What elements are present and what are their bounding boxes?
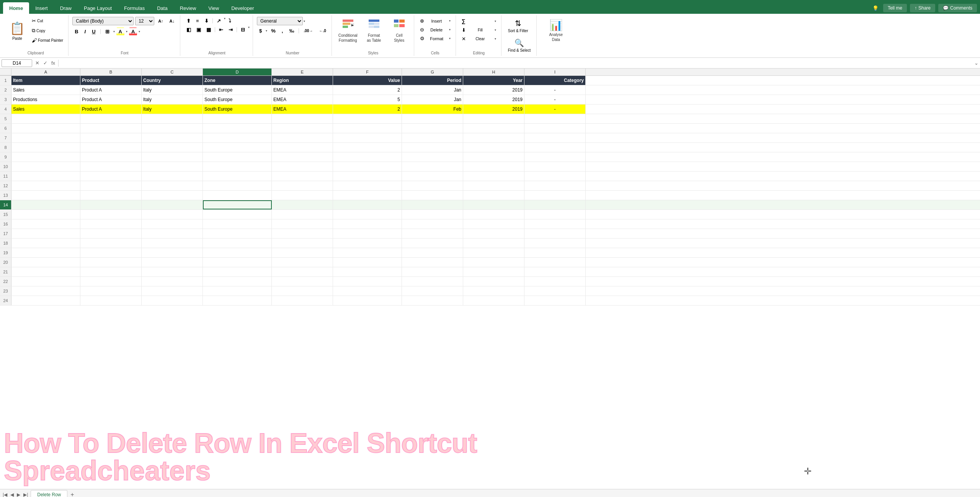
tab-view[interactable]: View xyxy=(202,2,225,14)
clear-dropdown[interactable]: ▾ xyxy=(495,37,496,41)
decrease-font-size-button[interactable]: A↓ xyxy=(167,18,177,25)
format-cells-button[interactable]: ⚙ Format ▾ xyxy=(418,34,452,43)
fill-color-button[interactable]: A xyxy=(116,28,124,36)
row-number[interactable]: 20 xyxy=(0,258,11,267)
align-top-button[interactable]: ⬆ xyxy=(184,17,193,25)
confirm-formula-button[interactable]: ✓ xyxy=(42,59,49,67)
tab-insert[interactable]: Insert xyxy=(29,2,54,14)
cell-B4[interactable]: Product A xyxy=(80,105,142,114)
cell-B3[interactable]: Product A xyxy=(80,95,142,104)
font-color-button[interactable]: A xyxy=(129,28,137,36)
percent-button[interactable]: % xyxy=(269,27,278,35)
cell-E2[interactable]: EMEA xyxy=(272,85,333,95)
align-right-button[interactable]: ▩ xyxy=(204,26,213,34)
sheet-tab-delete-row[interactable]: Delete Row xyxy=(31,490,67,497)
comments-button[interactable]: 💬 Comments xyxy=(938,4,977,12)
bold-button[interactable]: B xyxy=(72,28,80,36)
cell-B1[interactable]: Product xyxy=(80,76,142,85)
col-header-B[interactable]: B xyxy=(80,69,142,75)
delete-dropdown-arrow[interactable]: ▾ xyxy=(449,28,451,31)
sum-dropdown[interactable]: ▾ xyxy=(495,20,496,23)
decrease-indent-button[interactable]: ⇤ xyxy=(217,26,225,34)
insert-dropdown-arrow[interactable]: ▾ xyxy=(449,19,451,23)
sum-button[interactable]: ∑ ▾ xyxy=(460,17,498,25)
sheet-nav-left-start[interactable]: |◀ xyxy=(2,491,8,497)
number-format-select[interactable]: General xyxy=(257,17,303,25)
special-button[interactable]: ‰ xyxy=(287,27,296,35)
row-number[interactable]: 13 xyxy=(0,191,11,200)
tab-developer[interactable]: Developer xyxy=(225,2,260,14)
cell-A14[interactable] xyxy=(11,200,80,209)
merge-dropdown[interactable]: ▾ xyxy=(248,26,250,34)
sheet-nav-right-end[interactable]: ▶| xyxy=(22,491,29,497)
cell-F14[interactable] xyxy=(333,200,402,209)
row-number[interactable]: 8 xyxy=(0,143,11,152)
sheet-nav-right[interactable]: ▶ xyxy=(16,491,21,497)
cell-G4[interactable]: Feb xyxy=(402,105,463,114)
row-number[interactable]: 7 xyxy=(0,133,11,142)
row-number[interactable]: 15 xyxy=(0,210,11,219)
fill-button[interactable]: ⬇ Fill ▾ xyxy=(460,26,498,34)
cell-G14[interactable] xyxy=(402,200,463,209)
cell-styles-button[interactable]: CellStyles xyxy=(388,17,411,45)
cell-H4[interactable]: 2019 xyxy=(463,105,524,114)
row-number[interactable]: 9 xyxy=(0,152,11,162)
cell-A5[interactable] xyxy=(11,114,80,123)
merge-center-button[interactable]: ⊟ xyxy=(238,26,247,34)
col-header-H[interactable]: H xyxy=(463,69,524,75)
align-left-button[interactable]: ◧ xyxy=(184,26,193,34)
cell-G2[interactable]: Jan xyxy=(402,85,463,95)
borders-button[interactable]: ⊞ xyxy=(103,28,112,36)
align-bottom-button[interactable]: ⬇ xyxy=(202,17,211,25)
cell-I2[interactable]: - xyxy=(524,85,586,95)
font-size-select[interactable]: 12 xyxy=(135,17,154,25)
cell-C2[interactable]: Italy xyxy=(142,85,203,95)
cell-A1[interactable]: Item xyxy=(11,76,80,85)
cell-C14[interactable] xyxy=(142,200,203,209)
row-number[interactable]: 10 xyxy=(0,162,11,171)
cancel-formula-button[interactable]: ✕ xyxy=(34,59,41,67)
accounting-button[interactable]: $ xyxy=(257,27,264,35)
cell-reference-box[interactable] xyxy=(2,59,32,67)
font-color-dropdown[interactable]: ▾ xyxy=(139,30,140,33)
orientation-button[interactable]: ↗ xyxy=(214,17,223,25)
copy-button[interactable]: ⧉ Copy xyxy=(30,26,65,35)
cell-A3[interactable]: Productions xyxy=(11,95,80,104)
row-number[interactable]: 1 xyxy=(0,76,11,85)
cell-D4[interactable]: South Europe xyxy=(203,105,272,114)
add-sheet-button[interactable]: + xyxy=(69,491,75,497)
tell-me-button[interactable]: Tell me xyxy=(883,4,907,12)
col-header-I[interactable]: I xyxy=(524,69,586,75)
row-number-14[interactable]: 14 xyxy=(0,200,11,209)
cell-H1[interactable]: Year xyxy=(463,76,524,85)
cell-C4[interactable]: Italy xyxy=(142,105,203,114)
cell-E14[interactable] xyxy=(272,200,333,209)
col-header-D[interactable]: D xyxy=(203,69,272,75)
row-number[interactable]: 21 xyxy=(0,267,11,276)
wrap-text-button[interactable]: ⤵ xyxy=(226,17,234,25)
format-as-table-button[interactable]: Formatas Table xyxy=(363,17,385,45)
cell-F2[interactable]: 2 xyxy=(333,85,402,95)
cell-I14[interactable] xyxy=(524,200,586,209)
row-number[interactable]: 11 xyxy=(0,172,11,181)
borders-dropdown[interactable]: ▾ xyxy=(113,30,115,33)
row-number[interactable]: 23 xyxy=(0,286,11,296)
cell-I4[interactable]: - xyxy=(524,105,586,114)
row-number[interactable]: 4 xyxy=(0,105,11,114)
formula-input[interactable] xyxy=(60,60,121,67)
orientation-dropdown[interactable]: ▾ xyxy=(224,17,225,25)
tab-review[interactable]: Review xyxy=(174,2,203,14)
cell-G3[interactable]: Jan xyxy=(402,95,463,104)
decrease-decimal-button[interactable]: ←.0 xyxy=(317,28,328,34)
insert-cells-button[interactable]: ⊕ Insert ▾ xyxy=(418,17,452,25)
share-button[interactable]: ↑ Share xyxy=(910,4,935,12)
cell-D14[interactable] xyxy=(203,200,272,209)
col-header-A[interactable]: A xyxy=(11,69,80,75)
row-number[interactable]: 3 xyxy=(0,95,11,104)
cell-I1[interactable]: Category xyxy=(524,76,586,85)
cell-H2[interactable]: 2019 xyxy=(463,85,524,95)
cell-F4[interactable]: 2 xyxy=(333,105,402,114)
cell-C1[interactable]: Country xyxy=(142,76,203,85)
cell-I3[interactable]: - xyxy=(524,95,586,104)
cell-H3[interactable]: 2019 xyxy=(463,95,524,104)
